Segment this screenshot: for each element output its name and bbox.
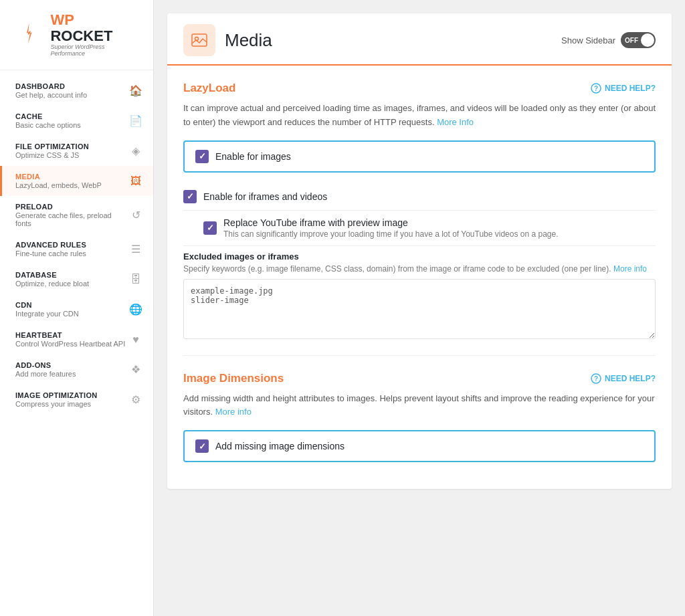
cache-icon: 📄 bbox=[129, 114, 142, 127]
enable-images-label: Enable for images bbox=[215, 151, 291, 162]
lazyload-need-help[interactable]: ? NEED HELP? bbox=[591, 83, 656, 94]
svg-rect-0 bbox=[13, 19, 45, 50]
page-card: Media Show Sidebar OFF LazyLoad ? N bbox=[167, 13, 672, 489]
sidebar-logo: WP ROCKET Superior WordPress Performance bbox=[0, 0, 153, 70]
enable-iframes-option[interactable]: ✓ Enable for iframes and videos bbox=[183, 183, 656, 211]
sidebar-toggle-switch[interactable]: OFF bbox=[621, 32, 656, 48]
advanced-rules-icon: ☰ bbox=[129, 243, 142, 255]
excluded-title: Excluded images or iframes bbox=[183, 251, 656, 262]
svg-text:?: ? bbox=[594, 375, 598, 383]
replace-youtube-option[interactable]: ✓ Replace YouTube iframe with preview im… bbox=[183, 211, 656, 246]
lazyload-desc: It can improve actual and perceived load… bbox=[183, 102, 656, 130]
addons-icon: ❖ bbox=[129, 363, 142, 376]
dashboard-icon: 🏠 bbox=[129, 84, 142, 97]
lazyload-section: LazyLoad ? NEED HELP? It can improve act… bbox=[167, 66, 672, 355]
image-dim-need-help-label: NEED HELP? bbox=[605, 374, 656, 383]
preload-icon: ↺ bbox=[129, 209, 142, 221]
image-dimensions-section: Image Dimensions ? NEED HELP? Add missin… bbox=[167, 356, 672, 490]
main-content: Media Show Sidebar OFF LazyLoad ? N bbox=[154, 0, 685, 616]
sidebar-toggle-area: Show Sidebar OFF bbox=[561, 32, 656, 48]
sidebar-item-dashboard[interactable]: DASHBOARD Get help, account info 🏠 bbox=[0, 76, 153, 106]
image-dim-more-info-link[interactable]: More info bbox=[215, 407, 252, 417]
excluded-desc: Specify keywords (e.g. image filename, C… bbox=[183, 264, 656, 274]
excluded-images-textarea[interactable]: example-image.jpg slider-image bbox=[183, 279, 656, 339]
image-dimensions-title: Image Dimensions bbox=[183, 372, 284, 385]
enable-iframes-label: Enable for iframes and videos bbox=[203, 191, 327, 202]
excluded-more-info-link[interactable]: More info bbox=[613, 264, 647, 274]
replace-youtube-desc: This can significantly improve your load… bbox=[223, 229, 559, 239]
logo-rocket: ROCKET bbox=[50, 27, 112, 44]
page-header: Media Show Sidebar OFF bbox=[167, 13, 672, 66]
sidebar-item-image-optimization[interactable]: IMAGE OPTIMIZATION Compress your images … bbox=[0, 385, 153, 415]
file-opt-icon: ◈ bbox=[129, 144, 142, 157]
excluded-section: Excluded images or iframes Specify keywo… bbox=[183, 251, 656, 355]
enable-images-option[interactable]: ✓ Enable for images bbox=[183, 140, 656, 173]
add-missing-dims-checkbox[interactable]: ✓ bbox=[195, 439, 209, 453]
cdn-icon: 🌐 bbox=[129, 303, 142, 316]
database-icon: 🗄 bbox=[129, 274, 142, 286]
image-dimensions-header: Image Dimensions ? NEED HELP? bbox=[183, 372, 656, 385]
sidebar-item-heartbeat[interactable]: HEARTBEAT Control WordPress Heartbeat AP… bbox=[0, 324, 153, 354]
sidebar-item-file-optimization[interactable]: FILE OPTIMIZATION Optimize CSS & JS ◈ bbox=[0, 136, 153, 166]
image-opt-icon: ⚙ bbox=[129, 393, 142, 406]
page-title: Media bbox=[225, 30, 272, 51]
page-icon bbox=[183, 24, 215, 56]
heartbeat-icon: ♥ bbox=[129, 334, 142, 346]
sidebar-nav: DASHBOARD Get help, account info 🏠 CACHE… bbox=[0, 70, 153, 616]
logo-tagline: Superior WordPress Performance bbox=[50, 44, 140, 58]
image-dimensions-desc: Add missing width and height attributes … bbox=[183, 392, 656, 420]
enable-iframes-checkbox[interactable]: ✓ bbox=[183, 190, 197, 203]
sidebar-item-advanced-rules[interactable]: ADVANCED RULES Fine-tune cache rules ☰ bbox=[0, 234, 153, 264]
sidebar-item-preload[interactable]: PRELOAD Generate cache files, preload fo… bbox=[0, 196, 153, 234]
toggle-off-label: OFF bbox=[625, 37, 638, 44]
sidebar-item-cache[interactable]: CACHE Basic cache options 📄 bbox=[0, 106, 153, 136]
replace-youtube-checkbox[interactable]: ✓ bbox=[203, 221, 217, 235]
logo-wp: WP bbox=[50, 11, 74, 28]
lazyload-more-info-link[interactable]: More Info bbox=[437, 117, 474, 127]
toggle-knob bbox=[641, 33, 654, 47]
image-dimensions-need-help[interactable]: ? NEED HELP? bbox=[591, 373, 656, 384]
media-icon: 🖼 bbox=[129, 175, 142, 187]
sidebar-item-media[interactable]: MEDIA LazyLoad, embeds, WebP 🖼 bbox=[0, 166, 153, 196]
enable-images-checkbox[interactable]: ✓ bbox=[195, 150, 209, 163]
sidebar-item-database[interactable]: DATABASE Optimize, reduce bloat 🗄 bbox=[0, 264, 153, 294]
need-help-label: NEED HELP? bbox=[605, 84, 656, 93]
add-missing-dims-label: Add missing image dimensions bbox=[215, 441, 345, 451]
logo-text: WP ROCKET Superior WordPress Performance bbox=[50, 12, 140, 58]
sidebar-item-cdn[interactable]: CDN Integrate your CDN 🌐 bbox=[0, 294, 153, 324]
replace-youtube-label: Replace YouTube iframe with preview imag… bbox=[223, 217, 559, 228]
sidebar-item-addons[interactable]: ADD-ONS Add more features ❖ bbox=[0, 354, 153, 385]
lazyload-title: LazyLoad bbox=[183, 82, 235, 95]
add-missing-dims-option[interactable]: ✓ Add missing image dimensions bbox=[183, 430, 656, 462]
sidebar: WP ROCKET Superior WordPress Performance… bbox=[0, 0, 154, 616]
svg-text:?: ? bbox=[594, 85, 598, 92]
sidebar-toggle-label: Show Sidebar bbox=[561, 35, 615, 45]
lazyload-header: LazyLoad ? NEED HELP? bbox=[183, 82, 656, 95]
